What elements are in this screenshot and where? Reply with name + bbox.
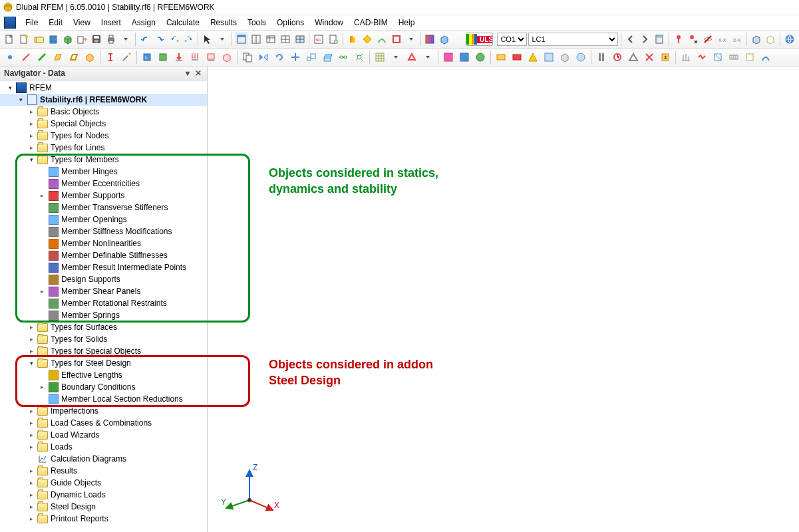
tree-toggle-icon[interactable]: ▸ xyxy=(27,514,36,523)
tool-new-star-icon[interactable] xyxy=(17,32,31,47)
tree-load_cases_comb[interactable]: ▸Load Cases & Combinations xyxy=(0,417,207,429)
tool-scale-icon[interactable] xyxy=(304,50,319,65)
tool-connect-icon[interactable] xyxy=(352,50,367,65)
tree-toggle-icon[interactable]: ▸ xyxy=(27,119,36,128)
tool-export-icon[interactable] xyxy=(75,32,88,47)
tree-results[interactable]: ▸Results xyxy=(0,465,207,477)
tool-dd-arrow-icon[interactable] xyxy=(216,32,229,47)
tree-toggle-icon[interactable]: ▸ xyxy=(27,466,36,475)
tool-shape-dd-icon[interactable] xyxy=(404,32,418,47)
tool-pin-r-icon[interactable] xyxy=(672,32,685,47)
menu-view[interactable]: View xyxy=(68,17,96,29)
tree-member_springs[interactable]: Member Springs xyxy=(0,309,207,321)
tool-extrude-icon[interactable] xyxy=(320,50,335,65)
tree-toggle-icon[interactable]: ▸ xyxy=(27,478,36,487)
menu-edit[interactable]: Edit xyxy=(43,17,68,29)
tool-opening-icon[interactable] xyxy=(67,50,81,65)
tool-xx-icon[interactable]: x·x xyxy=(716,32,729,47)
tree-toggle-icon[interactable]: ▸ xyxy=(27,143,36,152)
tool-rotate-icon[interactable] xyxy=(272,50,287,65)
tool-combo-icon[interactable] xyxy=(156,50,170,65)
tool-load2-icon[interactable] xyxy=(188,50,202,65)
menu-cadbim[interactable]: CAD-BIM xyxy=(349,17,393,29)
tool-c5-icon[interactable]: ± xyxy=(658,50,673,65)
tree-printout_reports[interactable]: ▸Printout Reports xyxy=(0,513,207,525)
tree-member_rot_restraints[interactable]: Member Rotational Restraints xyxy=(0,297,207,309)
tree-types_surfaces[interactable]: ▸Types for Surfaces xyxy=(0,321,207,333)
tool-shape-2-icon[interactable] xyxy=(361,32,374,47)
tool-globe-icon[interactable] xyxy=(783,32,796,47)
tree-__root[interactable]: ▾RFEM xyxy=(0,82,207,94)
tree-types_members[interactable]: ▾Types for Members xyxy=(0,154,207,166)
tree-member_ecc[interactable]: Member Eccentricities xyxy=(0,178,207,190)
tool-b3-icon[interactable] xyxy=(526,50,540,65)
tree-types_nodes[interactable]: ▸Types for Nodes xyxy=(0,130,207,142)
tree-basic_objects[interactable]: ▸Basic Objects xyxy=(0,106,207,118)
tree-toggle-icon[interactable]: ▸ xyxy=(27,334,36,344)
navigator-pin-icon[interactable]: ▾ xyxy=(183,68,192,78)
tool-new-icon[interactable] xyxy=(3,32,16,47)
tool-open-icon[interactable] xyxy=(32,32,45,47)
tool-mesh-icon[interactable] xyxy=(373,50,387,65)
tool-a2-icon[interactable] xyxy=(457,50,472,65)
menu-results[interactable]: Results xyxy=(205,17,242,29)
tree-toggle-icon[interactable]: ▾ xyxy=(5,83,15,92)
tree-toggle-icon[interactable]: ▸ xyxy=(37,382,47,392)
tool-dd-support[interactable] xyxy=(420,50,435,65)
tool-load1-icon[interactable] xyxy=(172,50,186,65)
tool-d4-icon[interactable] xyxy=(726,50,741,65)
tool-member-icon[interactable] xyxy=(35,50,49,65)
tree-member_supports[interactable]: ▸Member Supports xyxy=(0,190,207,201)
tool-redo-dd[interactable] xyxy=(182,32,196,47)
tool-report-plus-icon[interactable] xyxy=(327,32,340,47)
tree-effective_lengths[interactable]: Effective Lengths xyxy=(0,369,207,381)
tool-d3-icon[interactable] xyxy=(711,50,725,65)
tool-cube1-icon[interactable] xyxy=(750,32,763,47)
tool-save-icon[interactable] xyxy=(90,32,103,47)
tree-member_trans_stiff[interactable]: Member Transverse Stiffeners xyxy=(0,201,207,213)
menu-insert[interactable]: Insert xyxy=(96,17,126,29)
tool-undo-dd[interactable] xyxy=(168,32,181,47)
tool-d5-icon[interactable] xyxy=(742,50,757,65)
tree-toggle-icon[interactable]: ▸ xyxy=(27,442,36,452)
tool-dd-mesh[interactable] xyxy=(389,50,403,65)
tree-member_nonlin[interactable]: Member Nonlinearities xyxy=(0,237,207,249)
tool-surface-icon[interactable] xyxy=(51,50,65,65)
tree-dynamic_loads[interactable]: ▸Dynamic Loads xyxy=(0,489,207,501)
tree-toggle-icon[interactable]: ▸ xyxy=(37,287,47,296)
tree-special_objects[interactable]: ▸Special Objects xyxy=(0,118,207,130)
tool-axo-icon[interactable] xyxy=(438,32,451,47)
tree-member_local_sec_red[interactable]: Member Local Section Reductions xyxy=(0,393,207,405)
tree-toggle-icon[interactable]: ▾ xyxy=(27,155,36,164)
combo-co[interactable]: CO1 xyxy=(497,33,527,46)
tool-xx2-icon[interactable]: x·x xyxy=(730,32,744,47)
tree-steel_design[interactable]: ▸Steel Design xyxy=(0,501,207,513)
menu-tools[interactable]: Tools xyxy=(242,17,271,29)
menu-file[interactable]: File xyxy=(20,17,43,29)
menu-help[interactable]: Help xyxy=(393,17,420,29)
tree-member_shear_panels[interactable]: ▸Member Shear Panels xyxy=(0,285,207,297)
tool-grid-b-icon[interactable] xyxy=(293,32,307,47)
menu-options[interactable]: Options xyxy=(271,17,309,29)
tool-load4-icon[interactable] xyxy=(220,50,234,65)
tool-d1-icon[interactable] xyxy=(679,50,693,65)
tool-a1-icon[interactable] xyxy=(441,50,456,65)
tool-block-icon[interactable] xyxy=(61,32,75,47)
tree-toggle-icon[interactable]: ▸ xyxy=(27,107,36,116)
tree-member_def_stiff[interactable]: Member Definable Stiffnesses xyxy=(0,249,207,261)
tree-toggle-icon[interactable]: ▸ xyxy=(27,323,36,332)
tree-member_hinges[interactable]: Member Hinges xyxy=(0,166,207,178)
tool-line-icon[interactable] xyxy=(19,50,33,65)
tool-d6-icon[interactable] xyxy=(758,50,773,65)
tool-b2-icon[interactable] xyxy=(510,50,524,65)
tool-divide-icon[interactable] xyxy=(336,50,351,65)
tree-toggle-icon[interactable]: ▸ xyxy=(37,191,47,200)
tool-b1-icon[interactable] xyxy=(494,50,508,65)
combo-lc[interactable]: LC1 xyxy=(528,33,617,46)
tree-design_supports[interactable]: Design Supports xyxy=(0,273,207,285)
navigator-tree[interactable]: ▾RFEM▾Stability.rf6 | RFEEM6WORK▸Basic O… xyxy=(0,80,207,532)
tool-select-arrow-icon[interactable] xyxy=(201,32,214,47)
tree-types_solids[interactable]: ▸Types for Solids xyxy=(0,333,207,345)
navigator-close-icon[interactable]: ✕ xyxy=(194,68,203,78)
tool-window-split-icon[interactable] xyxy=(249,32,263,47)
